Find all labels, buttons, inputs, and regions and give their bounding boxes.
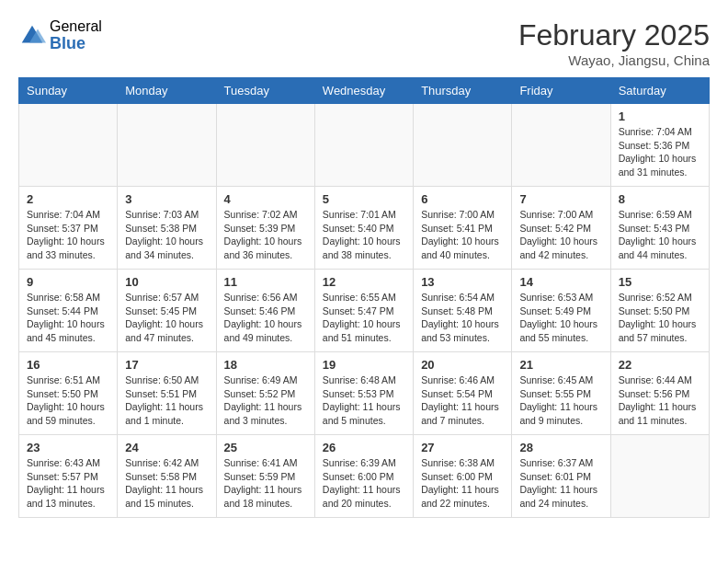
calendar-cell: 26Sunrise: 6:39 AM Sunset: 6:00 PM Dayli… <box>314 435 413 518</box>
day-info: Sunrise: 7:00 AM Sunset: 5:42 PM Dayligh… <box>519 208 602 262</box>
day-number: 10 <box>125 275 208 289</box>
calendar-cell: 28Sunrise: 6:37 AM Sunset: 6:01 PM Dayli… <box>512 435 610 518</box>
day-number: 28 <box>519 441 602 454</box>
day-info: Sunrise: 7:04 AM Sunset: 5:36 PM Dayligh… <box>619 125 701 179</box>
calendar-cell: 7Sunrise: 7:00 AM Sunset: 5:42 PM Daylig… <box>512 187 610 270</box>
calendar-cell: 11Sunrise: 6:56 AM Sunset: 5:46 PM Dayli… <box>216 270 314 352</box>
weekday-header-monday: Monday <box>118 78 216 104</box>
weekday-header-sunday: Sunday <box>19 78 118 104</box>
month-title: February 2025 <box>518 18 710 52</box>
calendar-cell: 27Sunrise: 6:38 AM Sunset: 6:00 PM Dayli… <box>414 435 512 518</box>
day-info: Sunrise: 6:45 AM Sunset: 5:55 PM Dayligh… <box>519 373 602 428</box>
calendar-cell: 5Sunrise: 7:01 AM Sunset: 5:40 PM Daylig… <box>314 187 413 270</box>
day-info: Sunrise: 7:00 AM Sunset: 5:41 PM Dayligh… <box>421 208 504 262</box>
calendar-cell: 14Sunrise: 6:53 AM Sunset: 5:49 PM Dayli… <box>512 270 610 352</box>
calendar-cell: 23Sunrise: 6:43 AM Sunset: 5:57 PM Dayli… <box>19 435 118 518</box>
day-number: 23 <box>27 441 109 454</box>
day-number: 3 <box>125 192 208 206</box>
day-info: Sunrise: 6:52 AM Sunset: 5:50 PM Dayligh… <box>619 291 701 345</box>
day-info: Sunrise: 6:59 AM Sunset: 5:43 PM Dayligh… <box>619 208 701 262</box>
weekday-header-friday: Friday <box>512 78 610 104</box>
day-number: 22 <box>619 358 701 372</box>
day-number: 1 <box>619 109 701 123</box>
day-number: 18 <box>224 358 307 372</box>
weekday-header-saturday: Saturday <box>610 78 709 104</box>
location: Wayao, Jiangsu, China <box>518 52 710 68</box>
day-number: 12 <box>323 275 405 289</box>
logo-general: General <box>50 18 102 35</box>
day-info: Sunrise: 7:01 AM Sunset: 5:40 PM Dayligh… <box>323 208 405 262</box>
day-info: Sunrise: 6:49 AM Sunset: 5:52 PM Dayligh… <box>224 373 307 428</box>
day-number: 16 <box>27 358 109 372</box>
calendar-cell <box>314 104 413 187</box>
title-block: February 2025 Wayao, Jiangsu, China <box>518 18 710 68</box>
calendar-cell: 9Sunrise: 6:58 AM Sunset: 5:44 PM Daylig… <box>19 270 118 352</box>
calendar-cell: 2Sunrise: 7:04 AM Sunset: 5:37 PM Daylig… <box>19 187 118 270</box>
calendar-cell: 10Sunrise: 6:57 AM Sunset: 5:45 PM Dayli… <box>118 270 216 352</box>
weekday-header-tuesday: Tuesday <box>216 78 314 104</box>
calendar-cell: 4Sunrise: 7:02 AM Sunset: 5:39 PM Daylig… <box>216 187 314 270</box>
calendar-cell: 8Sunrise: 6:59 AM Sunset: 5:43 PM Daylig… <box>610 187 709 270</box>
day-info: Sunrise: 6:55 AM Sunset: 5:47 PM Dayligh… <box>323 291 405 345</box>
week-row-0: 1Sunrise: 7:04 AM Sunset: 5:36 PM Daylig… <box>19 104 710 187</box>
logo-icon <box>18 22 46 50</box>
calendar-cell: 21Sunrise: 6:45 AM Sunset: 5:55 PM Dayli… <box>512 352 610 435</box>
day-info: Sunrise: 6:56 AM Sunset: 5:46 PM Dayligh… <box>224 291 307 345</box>
day-number: 21 <box>519 358 602 372</box>
calendar-cell: 24Sunrise: 6:42 AM Sunset: 5:58 PM Dayli… <box>118 435 216 518</box>
logo-text: General Blue <box>50 18 102 52</box>
calendar-cell: 12Sunrise: 6:55 AM Sunset: 5:47 PM Dayli… <box>314 270 413 352</box>
calendar-cell: 16Sunrise: 6:51 AM Sunset: 5:50 PM Dayli… <box>19 352 118 435</box>
calendar-cell: 1Sunrise: 7:04 AM Sunset: 5:36 PM Daylig… <box>610 104 709 187</box>
day-number: 13 <box>421 275 504 289</box>
calendar-cell <box>414 104 512 187</box>
calendar-cell <box>512 104 610 187</box>
day-number: 7 <box>519 192 602 206</box>
day-info: Sunrise: 6:54 AM Sunset: 5:48 PM Dayligh… <box>421 291 504 345</box>
day-info: Sunrise: 6:39 AM Sunset: 6:00 PM Dayligh… <box>323 456 405 511</box>
day-info: Sunrise: 6:37 AM Sunset: 6:01 PM Dayligh… <box>519 456 602 511</box>
day-number: 8 <box>619 192 701 206</box>
calendar-cell: 18Sunrise: 6:49 AM Sunset: 5:52 PM Dayli… <box>216 352 314 435</box>
day-info: Sunrise: 7:04 AM Sunset: 5:37 PM Dayligh… <box>27 208 109 262</box>
page-header: General Blue February 2025 Wayao, Jiangs… <box>18 18 710 68</box>
day-info: Sunrise: 6:58 AM Sunset: 5:44 PM Dayligh… <box>27 291 109 345</box>
week-row-2: 9Sunrise: 6:58 AM Sunset: 5:44 PM Daylig… <box>19 270 710 352</box>
week-row-4: 23Sunrise: 6:43 AM Sunset: 5:57 PM Dayli… <box>19 435 710 518</box>
calendar-cell: 19Sunrise: 6:48 AM Sunset: 5:53 PM Dayli… <box>314 352 413 435</box>
calendar-cell <box>216 104 314 187</box>
day-info: Sunrise: 6:43 AM Sunset: 5:57 PM Dayligh… <box>27 456 109 511</box>
day-info: Sunrise: 6:50 AM Sunset: 5:51 PM Dayligh… <box>125 373 208 428</box>
day-number: 4 <box>224 192 307 206</box>
day-number: 9 <box>27 275 109 289</box>
calendar-cell: 20Sunrise: 6:46 AM Sunset: 5:54 PM Dayli… <box>414 352 512 435</box>
week-row-3: 16Sunrise: 6:51 AM Sunset: 5:50 PM Dayli… <box>19 352 710 435</box>
calendar-cell: 22Sunrise: 6:44 AM Sunset: 5:56 PM Dayli… <box>610 352 709 435</box>
calendar-cell: 17Sunrise: 6:50 AM Sunset: 5:51 PM Dayli… <box>118 352 216 435</box>
calendar-cell: 13Sunrise: 6:54 AM Sunset: 5:48 PM Dayli… <box>414 270 512 352</box>
calendar-cell <box>610 435 709 518</box>
weekday-header-wednesday: Wednesday <box>314 78 413 104</box>
day-number: 2 <box>27 192 109 206</box>
weekday-header-thursday: Thursday <box>414 78 512 104</box>
calendar-cell <box>19 104 118 187</box>
day-number: 24 <box>125 441 208 454</box>
day-info: Sunrise: 6:53 AM Sunset: 5:49 PM Dayligh… <box>519 291 602 345</box>
day-number: 27 <box>421 441 504 454</box>
day-number: 14 <box>519 275 602 289</box>
day-info: Sunrise: 6:48 AM Sunset: 5:53 PM Dayligh… <box>323 373 405 428</box>
weekday-header-row: SundayMondayTuesdayWednesdayThursdayFrid… <box>19 78 710 104</box>
calendar-table: SundayMondayTuesdayWednesdayThursdayFrid… <box>18 77 710 518</box>
day-info: Sunrise: 6:41 AM Sunset: 5:59 PM Dayligh… <box>224 456 307 511</box>
calendar-cell: 15Sunrise: 6:52 AM Sunset: 5:50 PM Dayli… <box>610 270 709 352</box>
day-info: Sunrise: 6:38 AM Sunset: 6:00 PM Dayligh… <box>421 456 504 511</box>
day-number: 17 <box>125 358 208 372</box>
day-number: 5 <box>323 192 405 206</box>
day-info: Sunrise: 6:46 AM Sunset: 5:54 PM Dayligh… <box>421 373 504 428</box>
day-number: 20 <box>421 358 504 372</box>
logo-blue-text: Blue <box>50 35 102 53</box>
day-info: Sunrise: 6:44 AM Sunset: 5:56 PM Dayligh… <box>619 373 701 428</box>
calendar-cell: 3Sunrise: 7:03 AM Sunset: 5:38 PM Daylig… <box>118 187 216 270</box>
day-number: 26 <box>323 441 405 454</box>
day-info: Sunrise: 6:57 AM Sunset: 5:45 PM Dayligh… <box>125 291 208 345</box>
